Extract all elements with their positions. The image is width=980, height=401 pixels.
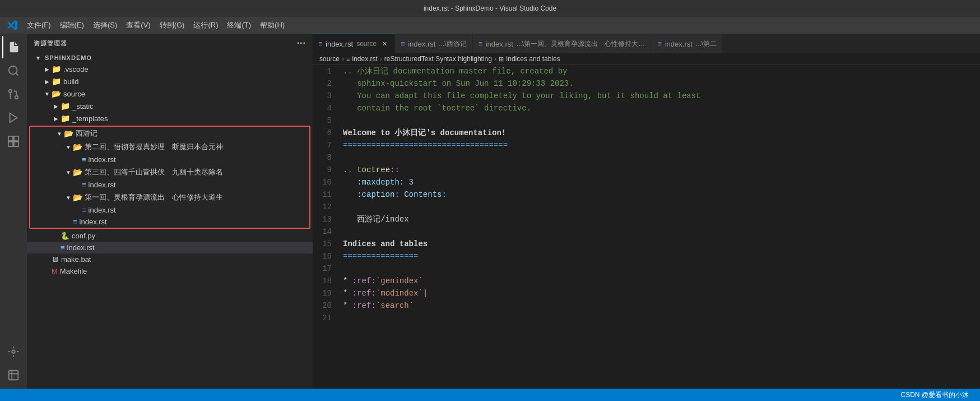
sidebar-item-chapter1[interactable]: ▼ 📂 第一回、灵根育孕源流出 心性修持大道生	[30, 191, 309, 204]
sidebar-item-confpy[interactable]: 🐍 conf.py	[27, 230, 313, 242]
line-content	[341, 312, 980, 324]
tab-ch2-index[interactable]: ≡ index.rst ...\第二	[652, 34, 723, 53]
tab-rst-icon: ≡	[479, 40, 482, 48]
line-num: 17	[313, 262, 341, 275]
line-content: contain the root `toctree` directive.	[341, 102, 980, 114]
svg-marker-5	[10, 113, 17, 123]
sidebar-item-build[interactable]: ▶ 📁 build	[27, 75, 313, 87]
sidebar-item-chapter2[interactable]: ▼ 📂 第二回、悟彻菩提真妙理 断魔归本合元神	[30, 140, 309, 154]
menu-select[interactable]: 选择(S)	[89, 19, 122, 31]
breadcrumb: source › ≡ index.rst › reStructuredText …	[313, 53, 980, 65]
main-layout: 资源管理器 ··· ▼ SPHINXDEMO ▶ 📁 .vscode ▶ 📁 b…	[0, 34, 980, 389]
menu-edit[interactable]: 编辑(E)	[55, 19, 89, 31]
code-line-4: 4 contain the root `toctree` directive.	[313, 102, 980, 114]
source-control-icon[interactable]	[2, 83, 25, 105]
code-line-5: 5	[313, 114, 980, 127]
breadcrumb-indexrst[interactable]: index.rst	[352, 55, 377, 63]
line-num: 12	[313, 201, 341, 213]
menu-view[interactable]: 查看(V)	[122, 19, 155, 31]
svg-line-1	[16, 73, 18, 75]
line-num: 11	[313, 188, 341, 201]
tree-item-label: conf.py	[72, 232, 95, 240]
line-content: * :ref:`genindex`	[341, 275, 980, 287]
breadcrumb-section2[interactable]: Indices and tables	[506, 55, 560, 63]
tab-source-index[interactable]: ≡ index.rst source ✕	[313, 34, 395, 53]
sidebar-item-file-xiyouji-index[interactable]: ≡ index.rst	[30, 216, 309, 228]
menu-run[interactable]: 运行(R)	[189, 19, 222, 31]
code-line-13: 13 西游记/index	[313, 213, 980, 225]
code-editor[interactable]: 1 .. 小沐日记 documentation master file, cre…	[313, 65, 980, 389]
line-content: ================	[341, 250, 980, 262]
tab-close-icon[interactable]: ✕	[380, 39, 389, 48]
breadcrumb-sep1: ›	[342, 55, 344, 63]
sidebar: 资源管理器 ··· ▼ SPHINXDEMO ▶ 📁 .vscode ▶ 📁 b…	[27, 34, 313, 389]
tree-root[interactable]: ▼ SPHINXDEMO	[27, 53, 313, 63]
line-content: * :ref:`search`	[341, 299, 980, 312]
sidebar-item-vscode[interactable]: ▶ 📁 .vscode	[27, 63, 313, 75]
status-bar: CSDN @爱看书的小沐	[0, 389, 980, 401]
tab-label: index.rst	[326, 40, 353, 48]
breadcrumb-icon-section: ⊞	[499, 56, 504, 63]
sidebar-item-makefile[interactable]: M Makefile	[27, 265, 313, 277]
breadcrumb-source[interactable]: source	[319, 55, 340, 63]
line-num: 5	[313, 114, 341, 127]
code-line-8: 8	[313, 151, 980, 164]
sidebar-item-file-ch3-index[interactable]: ≡ index.rst	[30, 179, 309, 191]
code-line-12: 12	[313, 201, 980, 213]
tree-item-label: 第三回、四海千山皆拱伏 九幽十类尽除名	[85, 167, 223, 177]
breadcrumb-section1[interactable]: reStructuredText Syntax highlighting	[384, 55, 492, 63]
sidebar-item-chapter3[interactable]: ▼ 📂 第三回、四海千山皆拱伏 九幽十类尽除名	[30, 165, 309, 179]
menu-goto[interactable]: 转到(G)	[155, 19, 189, 31]
folder-open-icon: 📂	[52, 89, 61, 98]
test-icon[interactable]	[2, 364, 25, 386]
sidebar-item-file-ch2-index[interactable]: ≡ index.rst	[30, 154, 309, 165]
run-icon[interactable]	[2, 107, 25, 129]
line-num: 13	[313, 213, 341, 225]
svg-point-3	[9, 90, 12, 93]
py-file-icon: 🐍	[61, 232, 69, 240]
tree-item-label: 第二回、悟彻菩提真妙理 断魔归本合元神	[85, 142, 223, 152]
red-border-group: ▼ 📂 西游记 ▼ 📂 第二回、悟彻菩提真妙理 断魔归本合元神 ≡ index.…	[29, 126, 310, 229]
tab-xiyouji-index[interactable]: ≡ index.rst ...\西游记	[395, 34, 473, 53]
sidebar-item-static[interactable]: ▶ 📁 _static	[27, 100, 313, 112]
remote-icon[interactable]	[2, 340, 25, 363]
line-content: * :ref:`modindex`|	[341, 287, 980, 299]
sidebar-item-source[interactable]: ▼ 📂 source	[27, 87, 313, 100]
sidebar-item-templates[interactable]: ▶ 📁 _templates	[27, 112, 313, 125]
menu-items: 文件(F) 编辑(E) 选择(S) 查看(V) 转到(G) 运行(R) 终端(T…	[22, 19, 289, 31]
code-line-19: 19 * :ref:`modindex`|	[313, 287, 980, 299]
sidebar-item-makebat[interactable]: 🖥 make.bat	[27, 253, 313, 265]
tree-item-label: Makefile	[60, 267, 87, 275]
sidebar-tree: ▼ SPHINXDEMO ▶ 📁 .vscode ▶ 📁 build ▼ 📂 s…	[27, 53, 313, 389]
line-content: You can adapt this file completely to yo…	[341, 90, 980, 102]
tab-rst-icon: ≡	[658, 40, 662, 48]
line-content: Indices and tables	[341, 238, 980, 250]
tab-sublabel: ...\西游记	[439, 39, 466, 49]
line-num: 10	[313, 176, 341, 188]
tab-sublabel: source	[356, 40, 377, 48]
sidebar-item-source-index[interactable]: ≡ index.rst	[27, 242, 313, 253]
extensions-icon[interactable]	[2, 130, 25, 153]
search-icon[interactable]	[2, 59, 25, 82]
menu-help[interactable]: 帮助(H)	[256, 19, 289, 31]
svg-rect-7	[14, 136, 18, 141]
tree-item-label: 西游记	[76, 128, 97, 139]
rst-file-icon: ≡	[73, 218, 77, 226]
tree-item-label: source	[63, 90, 85, 98]
sidebar-item-file-ch1-index[interactable]: ≡ index.rst	[30, 204, 309, 216]
sidebar-item-xiyouji[interactable]: ▼ 📂 西游记	[30, 127, 309, 140]
code-line-16: 16 ================	[313, 250, 980, 262]
tree-item-label: .vscode	[63, 65, 89, 73]
folder-open-arrow-icon: ▼	[64, 195, 73, 201]
line-content: :maxdepth: 3	[341, 176, 980, 188]
tab-ch1-index[interactable]: ≡ index.rst ...\第一回、灵根育孕源流出 心性修持大道生	[473, 34, 652, 53]
line-num: 8	[313, 151, 341, 164]
menubar: 文件(F) 编辑(E) 选择(S) 查看(V) 转到(G) 运行(R) 终端(T…	[0, 17, 980, 34]
menu-file[interactable]: 文件(F)	[22, 19, 55, 31]
line-content: sphinx-quickstart on Sun Jun 11 10:29:33…	[341, 77, 980, 90]
sidebar-more-icon[interactable]: ···	[297, 38, 306, 48]
menu-terminal[interactable]: 终端(T)	[222, 19, 256, 31]
files-icon[interactable]	[2, 36, 25, 58]
line-content: Welcome to 小沐日记's documentation!	[341, 127, 980, 139]
folder-icon: 📁	[52, 77, 61, 86]
